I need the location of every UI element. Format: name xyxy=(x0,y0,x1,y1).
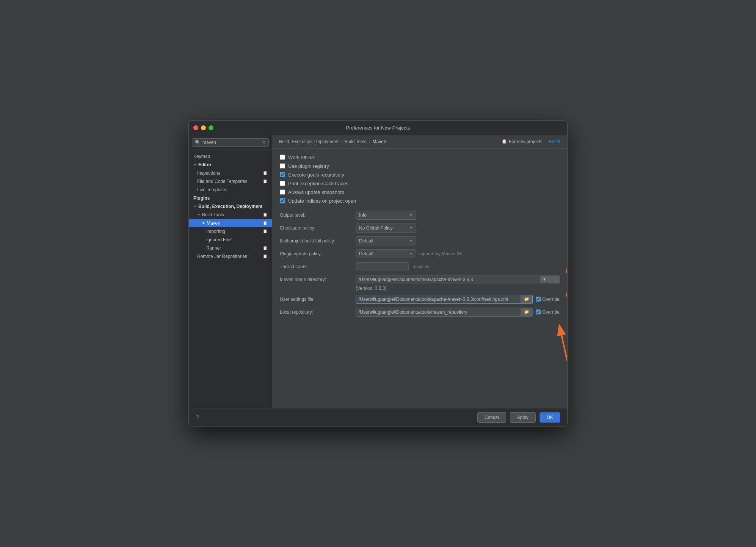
local-repo-browse-btn[interactable]: 📁 xyxy=(521,308,532,316)
multiproject-select-wrap[interactable]: Default At End Never ▼ xyxy=(356,236,416,245)
minimize-button[interactable] xyxy=(201,125,206,130)
checkbox-print-exception: Print exception stack traces xyxy=(280,181,560,186)
user-settings-input[interactable] xyxy=(356,295,521,303)
override-settings-checkbox[interactable] xyxy=(536,297,541,302)
execute-goals-checkbox[interactable] xyxy=(280,172,285,177)
inspections-copy-icon: 📋 xyxy=(263,171,267,175)
content-header: Build, Execution, Deployment › Build Too… xyxy=(272,135,567,148)
main-layout: 🔍 ✕ Keymap ▼ Editor Inspections 📋 xyxy=(189,135,567,408)
plugin-update-select-wrap[interactable]: Default Do Not Update Always Update ▼ xyxy=(356,249,416,258)
local-repo-input[interactable] xyxy=(356,308,521,316)
window-title: Preferences for New Projects xyxy=(346,125,410,131)
sidebar-item-live-templates[interactable]: Live Templates xyxy=(189,186,272,194)
multiproject-select[interactable]: Default At End Never xyxy=(359,238,407,244)
maven-home-dropdown-btn[interactable]: ▼ xyxy=(540,276,549,283)
apply-button[interactable]: Apply xyxy=(510,412,536,423)
sidebar-item-keymap[interactable]: Keymap xyxy=(189,152,272,161)
local-repo-row: Local repository: 📁 Override xyxy=(280,308,560,317)
sidebar-item-editor[interactable]: ▼ Editor xyxy=(189,161,272,169)
build-exec-deploy-triangle-icon: ▼ xyxy=(193,205,197,208)
breadcrumb: Build, Execution, Deployment › Build Too… xyxy=(279,139,386,144)
breadcrumb-sep1: › xyxy=(341,139,342,144)
maven-home-browse-btn[interactable]: … xyxy=(549,276,559,283)
live-templates-label: Live Templates xyxy=(197,187,227,192)
help-icon[interactable]: ? xyxy=(196,414,199,421)
clear-search-icon[interactable]: ✕ xyxy=(262,140,266,145)
checksum-policy-label: Checksum policy: xyxy=(280,225,356,231)
search-box: 🔍 ✕ xyxy=(189,135,272,150)
sidebar-item-importing[interactable]: Importing 📋 xyxy=(189,227,272,236)
local-repo-field-wrap: 📁 xyxy=(356,308,533,317)
plugin-registry-label: Use plugin registry xyxy=(288,163,329,169)
thread-count-value: -T option xyxy=(356,262,560,271)
thread-count-input[interactable] xyxy=(356,262,409,271)
build-exec-deploy-label: Build, Execution, Deployment xyxy=(198,204,262,209)
checkbox-execute-goals: Execute goals recursively xyxy=(280,172,560,178)
remote-jar-label: Remote Jar Repositories xyxy=(197,254,247,259)
always-update-checkbox[interactable] xyxy=(280,189,285,195)
content-area: Build, Execution, Deployment › Build Too… xyxy=(272,135,567,408)
content-body: Work offline Use plugin registry Execute… xyxy=(272,148,567,408)
build-tools-copy-icon: 📋 xyxy=(263,213,267,217)
reset-button[interactable]: Reset xyxy=(549,139,560,144)
ok-button[interactable]: OK xyxy=(540,412,560,423)
checkbox-always-update: Always update snapshots xyxy=(280,189,560,195)
search-input[interactable] xyxy=(202,140,262,145)
override-repo-checkbox[interactable] xyxy=(536,309,541,314)
sidebar-item-ignored-files[interactable]: Ignored Files xyxy=(189,236,272,244)
for-new-projects-label: 📋 For new projects xyxy=(502,139,543,144)
importing-label: Importing xyxy=(206,229,225,234)
checkbox-work-offline: Work offline xyxy=(280,155,560,160)
print-exception-checkbox[interactable] xyxy=(280,181,285,186)
sidebar-item-runner[interactable]: Runner 📋 xyxy=(189,244,272,252)
maven-home-row: Maven home directory: ▼ … xyxy=(280,275,560,284)
cancel-button[interactable]: Cancel xyxy=(477,412,506,423)
build-tools-triangle-icon: ▼ xyxy=(197,213,201,217)
footer-buttons: Cancel Apply OK xyxy=(477,412,560,423)
search-wrap[interactable]: 🔍 ✕ xyxy=(192,138,269,147)
user-settings-browse-btn[interactable]: 📁 xyxy=(521,295,532,303)
sidebar-item-build-tools[interactable]: ▼ Build Tools 📋 xyxy=(189,211,272,219)
maven-version-text: (Version: 3.6.3) xyxy=(356,286,560,291)
plugin-update-label: Plugin update policy: xyxy=(280,251,356,256)
maximize-button[interactable] xyxy=(209,125,213,130)
sidebar-item-build-exec-deploy[interactable]: ▼ Build, Execution, Deployment xyxy=(189,202,272,211)
sidebar-item-file-code-templates[interactable]: File and Code Templates 📋 xyxy=(189,177,272,186)
breadcrumb-part2: Build Tools xyxy=(345,139,367,144)
plugins-label: Plugins xyxy=(193,195,210,201)
output-level-row: Output level: Info Debug Error ▼ xyxy=(280,211,560,220)
local-repo-override: Override xyxy=(536,309,560,315)
sidebar-item-plugins[interactable]: Plugins xyxy=(189,194,272,202)
plugin-registry-checkbox[interactable] xyxy=(280,163,285,169)
sidebar-item-remote-jar[interactable]: Remote Jar Repositories 📋 xyxy=(189,252,272,261)
plugin-update-hint: ignored by Maven 3+ xyxy=(419,251,462,256)
output-level-select[interactable]: Info Debug Error xyxy=(359,213,407,218)
work-offline-checkbox[interactable] xyxy=(280,155,285,160)
plugin-update-select[interactable]: Default Do Not Update Always Update xyxy=(359,251,407,256)
user-settings-field-wrap: 📁 xyxy=(356,295,533,304)
plugin-update-value: Default Do Not Update Always Update ▼ ig… xyxy=(356,249,560,258)
local-repo-value: 📁 Override xyxy=(356,308,560,317)
copy-icon-header: 📋 xyxy=(502,139,507,144)
maven-copy-icon: 📋 xyxy=(263,221,267,225)
maven-home-value: ▼ … xyxy=(356,275,560,284)
keymap-label: Keymap xyxy=(193,154,210,159)
maven-home-input[interactable] xyxy=(356,275,540,284)
checksum-policy-select-wrap[interactable]: No Global Policy Warn Fail ▼ xyxy=(356,223,416,233)
breadcrumb-part3: Maven xyxy=(373,139,386,144)
work-offline-label: Work offline xyxy=(288,155,314,160)
maven-label: Maven xyxy=(207,220,220,226)
file-code-templates-label: File and Code Templates xyxy=(197,179,248,184)
sidebar-item-inspections[interactable]: Inspections 📋 xyxy=(189,169,272,177)
sidebar-item-maven[interactable]: ▼ Maven 📋 xyxy=(189,219,272,227)
checksum-policy-value: No Global Policy Warn Fail ▼ xyxy=(356,223,560,233)
close-button[interactable] xyxy=(193,125,198,130)
editor-triangle-icon: ▼ xyxy=(193,163,197,167)
update-indices-checkbox[interactable] xyxy=(280,198,285,203)
always-update-label: Always update snapshots xyxy=(288,189,344,195)
ignored-files-label: Ignored Files xyxy=(206,237,232,242)
sidebar-nav: Keymap ▼ Editor Inspections 📋 File and C… xyxy=(189,150,272,408)
output-level-select-wrap[interactable]: Info Debug Error ▼ xyxy=(356,211,416,220)
checksum-policy-select[interactable]: No Global Policy Warn Fail xyxy=(359,225,407,231)
thread-count-label: Thread count: xyxy=(280,264,356,269)
